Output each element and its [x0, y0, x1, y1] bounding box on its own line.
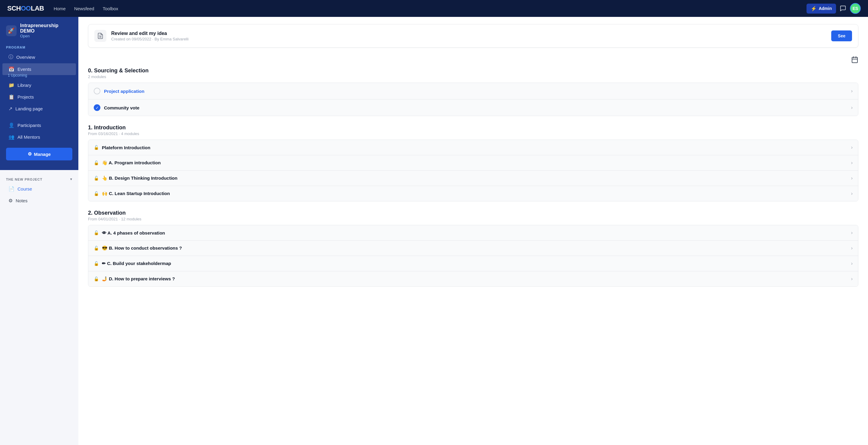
logo[interactable]: SCHOOLAB [7, 4, 44, 12]
chevron-right-icon: › [851, 160, 852, 166]
module-item[interactable]: ✓ Community vote › [88, 99, 858, 116]
phase-2-modules: 🔓 👁 A. 4 phases of observation › 🔓 😎 B. … [88, 225, 858, 287]
calendar-icon: 📅 [8, 66, 14, 72]
lock-icon: 🔓 [94, 246, 99, 250]
module-item-label: 😎 B. How to conduct observations ? [102, 245, 851, 251]
sidebar-item-projects[interactable]: 📋 Projects [2, 91, 76, 103]
chevron-right-icon: › [851, 230, 852, 235]
phase-2-section: 2. Observation From 04/01/2021 · 12 modu… [88, 210, 858, 287]
info-icon: ⓘ [8, 54, 13, 60]
chevron-right-icon: › [851, 175, 852, 181]
chevron-right-icon: › [851, 261, 852, 266]
review-card-text: Review and edit my idea Created on 09/05… [111, 31, 827, 41]
events-sub-label: 1 Upcoming [8, 73, 79, 79]
program-section-label: PROGRAM [0, 40, 79, 51]
module-item-label: 🙌 C. Lean Startup Introduction [102, 191, 851, 196]
module-item-label: Plateform Introduction [102, 145, 851, 150]
lock-icon: 🔓 [94, 261, 99, 266]
module-item[interactable]: 🔓 👆 B. Design Thinking Introduction › [88, 171, 858, 186]
sidebar: 🚀 Intrapreneurship DEMO Open PROGRAM ⓘ O… [0, 17, 79, 445]
chevron-right-icon: › [851, 105, 852, 110]
module-item-label: ✏ C. Build your stakeholdermap [102, 261, 851, 266]
module-item-label: 👆 B. Design Thinking Introduction [102, 175, 851, 181]
lock-icon: 🔓 [94, 230, 99, 235]
group-icon: 👥 [8, 134, 14, 140]
phase-0-section: 0. Sourcing & Selection 2 modules Projec… [88, 67, 858, 116]
person-icon: 👤 [8, 122, 14, 128]
calendar-row [88, 56, 858, 65]
sidebar-item-course[interactable]: 📄 Course [2, 183, 76, 195]
sidebar-divider [33, 165, 45, 170]
folder-icon: 📁 [8, 82, 14, 88]
project-section-label: THE NEW PROJECT ▾ [0, 175, 79, 183]
sidebar-item-notes[interactable]: ⚙ Notes [2, 195, 76, 207]
external-link-icon: ↗ [8, 106, 12, 112]
main-layout: 🚀 Intrapreneurship DEMO Open PROGRAM ⓘ O… [0, 17, 868, 445]
phase-0-modules: Project application › ✓ Community vote › [88, 83, 858, 116]
program-status: Open [20, 34, 72, 38]
lock-icon: 🔓 [94, 145, 99, 150]
notes-icon: ⚙ [8, 198, 13, 204]
bolt-icon: ⚡ [811, 6, 817, 11]
chevron-right-icon: › [851, 88, 852, 94]
module-item-label: 👋 A. Program introduction [102, 160, 851, 166]
projects-icon: 📋 [8, 94, 14, 100]
lock-icon: 🔓 [94, 276, 99, 281]
chevron-right-icon: › [851, 245, 852, 251]
gear-icon: ⚙ [28, 151, 32, 157]
nav-links: Home Newsfeed Toolbox [54, 6, 797, 11]
phase-2-title: 2. Observation [88, 210, 858, 216]
phase-2-meta: From 04/01/2021 · 12 modules [88, 217, 858, 221]
chevron-right-icon: › [851, 191, 852, 196]
program-header: 🚀 Intrapreneurship DEMO Open [0, 17, 79, 40]
lock-icon: 🔓 [94, 160, 99, 165]
module-item-label: 🤳 D. How to prepare interviews ? [102, 276, 851, 281]
phase-1-title: 1. Introduction [88, 124, 858, 131]
phase-0-title: 0. Sourcing & Selection [88, 67, 858, 74]
program-icon: 🚀 [6, 25, 17, 36]
module-item[interactable]: 🔓 👁 A. 4 phases of observation › [88, 225, 858, 241]
review-card-title: Review and edit my idea [111, 31, 827, 36]
review-card: Review and edit my idea Created on 09/05… [88, 24, 858, 48]
module-item[interactable]: 🔓 ✏ C. Build your stakeholdermap › [88, 256, 858, 271]
module-item[interactable]: Project application › [88, 83, 858, 99]
sidebar-item-mentors[interactable]: 👥 All Mentors [2, 131, 76, 143]
admin-button[interactable]: ⚡ Admin [807, 4, 836, 13]
sidebar-item-landing[interactable]: ↗ Landing page [2, 103, 76, 115]
phase-1-meta: From 03/16/2021 · 4 modules [88, 131, 858, 136]
sidebar-item-participants[interactable]: 👤 Participants [2, 119, 76, 131]
program-title: Intrapreneurship DEMO [20, 23, 72, 34]
calendar-view-button[interactable] [851, 56, 858, 65]
svg-rect-2 [852, 57, 858, 63]
chevron-right-icon: › [851, 276, 852, 281]
module-item[interactable]: 🔓 🤳 D. How to prepare interviews ? › [88, 271, 858, 287]
chevron-right-icon: › [851, 145, 852, 150]
review-card-meta: Created on 09/05/2022 · By Emma Salvarel… [111, 37, 827, 41]
module-item-label: 👁 A. 4 phases of observation [102, 230, 851, 235]
sidebar-item-overview[interactable]: ⓘ Overview [2, 51, 76, 63]
nav-toolbox[interactable]: Toolbox [103, 6, 119, 11]
module-item[interactable]: 🔓 Plateform Introduction › [88, 140, 858, 155]
user-avatar[interactable]: ES [850, 3, 861, 14]
course-icon: 📄 [8, 186, 14, 192]
nav-home[interactable]: Home [54, 6, 66, 11]
empty-circle-icon [94, 88, 100, 94]
nav-newsfeed[interactable]: Newsfeed [74, 6, 94, 11]
check-icon: ✓ [94, 104, 100, 111]
main-content: Review and edit my idea Created on 09/05… [79, 17, 868, 445]
review-card-icon [94, 30, 106, 42]
top-navigation: SCHOOLAB Home Newsfeed Toolbox ⚡ Admin E… [0, 0, 868, 17]
phase-1-section: 1. Introduction From 03/16/2021 · 4 modu… [88, 124, 858, 201]
sidebar-bottom: THE NEW PROJECT ▾ 📄 Course ⚙ Notes [0, 170, 79, 445]
topnav-right: ⚡ Admin ES [807, 3, 861, 14]
manage-button[interactable]: ⚙ Manage [6, 148, 72, 160]
module-item[interactable]: 🔓 😎 B. How to conduct observations ? › [88, 241, 858, 256]
lock-icon: 🔓 [94, 176, 99, 181]
module-item[interactable]: 🔓 🙌 C. Lean Startup Introduction › [88, 186, 858, 201]
see-button[interactable]: See [831, 30, 852, 41]
module-item[interactable]: 🔓 👋 A. Program introduction › [88, 155, 858, 171]
chevron-down-icon[interactable]: ▾ [70, 177, 72, 181]
messages-button[interactable] [840, 5, 846, 12]
sidebar-item-library[interactable]: 📁 Library [2, 79, 76, 91]
phase-0-meta: 2 modules [88, 75, 858, 79]
